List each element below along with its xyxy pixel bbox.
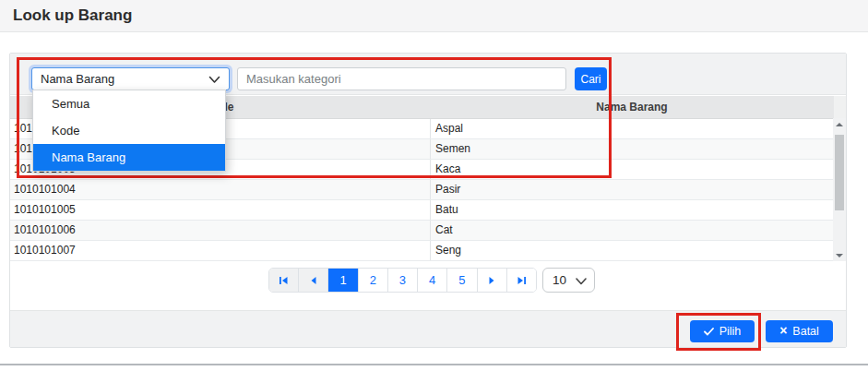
modal-bottom-divider [0, 364, 868, 365]
cell-nama: Aspal [430, 119, 833, 138]
page-button-3[interactable]: 3 [387, 269, 417, 292]
cell-kode: 1010101005 [10, 200, 430, 220]
prev-page-button[interactable] [298, 269, 327, 292]
cell-kode: 1010101006 [10, 221, 430, 240]
dropdown-option-nama-barang[interactable]: Nama Barang [33, 144, 225, 171]
x-icon: × [779, 324, 787, 337]
next-page-button[interactable] [477, 269, 506, 292]
first-page-icon [279, 276, 289, 285]
search-field-selected-value: Nama Barang [41, 72, 114, 86]
check-icon [704, 328, 714, 336]
column-header-nama-barang: Nama Barang [430, 96, 834, 118]
lookup-barang-modal: Look up Barang Nama Barang Cari Kode Nam… [0, 0, 868, 371]
pagination: 1 2 3 4 5 [268, 268, 537, 293]
modal-header: Look up Barang [0, 0, 868, 32]
page-button-2[interactable]: 2 [358, 269, 387, 292]
page-button-1[interactable]: 1 [327, 269, 357, 292]
dropdown-option-semua[interactable]: Semua [33, 90, 225, 117]
batal-button[interactable]: × Batal [766, 320, 833, 342]
search-input[interactable] [237, 67, 566, 90]
cell-kode: 1010101007 [10, 241, 430, 260]
table-header-gutter [834, 96, 846, 118]
batal-label: Batal [792, 325, 819, 338]
cell-kode: 1010101004 [10, 180, 430, 199]
cell-nama: Cat [430, 221, 833, 240]
scrollbar-thumb[interactable] [835, 135, 844, 210]
pilih-button[interactable]: Pilih [690, 320, 755, 342]
chevron-down-icon [208, 76, 220, 84]
chevron-down-icon [576, 278, 587, 285]
search-field-dropdown: Semua Kode Nama Barang [32, 90, 226, 172]
cell-nama: Pasir [430, 180, 833, 199]
next-page-icon [488, 276, 495, 285]
cell-nama: Kaca [430, 160, 833, 179]
page-button-5[interactable]: 5 [446, 269, 476, 292]
dropdown-option-kode[interactable]: Kode [33, 117, 225, 144]
prev-page-icon [310, 276, 317, 285]
cari-button[interactable]: Cari [575, 67, 607, 90]
cell-nama: Semen [430, 139, 833, 159]
table-row[interactable]: 1010101005 Batu [10, 200, 833, 221]
page-size-value: 10 [553, 273, 566, 287]
cell-nama: Seng [430, 241, 833, 260]
page-button-4[interactable]: 4 [417, 269, 446, 292]
scroll-up-icon[interactable] [833, 118, 846, 130]
cell-nama: Batu [430, 200, 833, 220]
table-row[interactable]: 1010101004 Pasir [10, 180, 833, 200]
table-scrollbar[interactable] [833, 118, 846, 261]
last-page-icon [517, 276, 527, 285]
page-title: Look up Barang [13, 6, 132, 25]
search-field-select[interactable]: Nama Barang [31, 67, 230, 90]
table-row[interactable]: 1010101007 Seng [10, 241, 833, 261]
page-size-select[interactable]: 10 [542, 268, 595, 293]
scroll-down-icon[interactable] [833, 249, 846, 261]
pilih-label: Pilih [719, 325, 742, 338]
last-page-button[interactable] [506, 269, 536, 292]
table-row[interactable]: 1010101006 Cat [10, 221, 833, 241]
first-page-button[interactable] [269, 269, 298, 292]
